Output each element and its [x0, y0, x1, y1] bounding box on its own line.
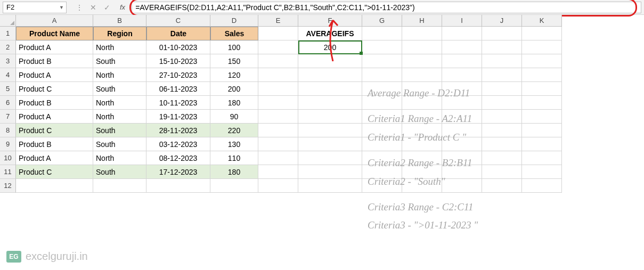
- cell-K11[interactable]: [522, 165, 562, 179]
- cell-J11[interactable]: [482, 165, 522, 179]
- cell-A8[interactable]: Product C: [16, 124, 93, 137]
- cell-A5[interactable]: Product C: [16, 82, 93, 96]
- name-box[interactable]: F2 ▼: [3, 2, 67, 13]
- row-header-5[interactable]: 5: [0, 82, 16, 96]
- cell-C12[interactable]: [146, 179, 210, 193]
- cell-I4[interactable]: [442, 68, 482, 82]
- cell-E2[interactable]: [258, 40, 298, 54]
- cell-D4[interactable]: 120: [210, 68, 258, 82]
- cell-E7[interactable]: [258, 110, 298, 124]
- cell-D11[interactable]: 180: [210, 165, 258, 179]
- cell-D8[interactable]: 220: [210, 124, 258, 137]
- cell-D2[interactable]: 100: [210, 40, 258, 54]
- row-header-8[interactable]: 8: [0, 124, 16, 137]
- cell-F1[interactable]: AVERAGEIFS: [298, 27, 362, 40]
- cell-J12[interactable]: [482, 179, 522, 193]
- cell-K10[interactable]: [522, 151, 562, 165]
- ellipsis-icon[interactable]: ⋮: [75, 3, 84, 12]
- col-header-C[interactable]: C: [146, 15, 210, 27]
- row-header-2[interactable]: 2: [0, 40, 16, 54]
- cell-I3[interactable]: [442, 54, 482, 68]
- cell-E10[interactable]: [258, 151, 298, 165]
- cell-D9[interactable]: 130: [210, 137, 258, 151]
- cells-area[interactable]: Product Name Region Date Sales AVERAGEIF…: [16, 27, 562, 193]
- cancel-icon[interactable]: ✕: [89, 3, 97, 12]
- cell-D3[interactable]: 150: [210, 54, 258, 68]
- cell-E5[interactable]: [258, 82, 298, 96]
- select-all-cell[interactable]: [0, 15, 16, 27]
- cell-K5[interactable]: [522, 82, 562, 96]
- cell-A12[interactable]: [16, 179, 93, 193]
- cell-F3[interactable]: [298, 54, 362, 68]
- cell-J9[interactable]: [482, 137, 522, 151]
- cell-E3[interactable]: [258, 54, 298, 68]
- row-header-7[interactable]: 7: [0, 110, 16, 124]
- cell-K2[interactable]: [522, 40, 562, 54]
- cell-E6[interactable]: [258, 96, 298, 110]
- cell-I2[interactable]: [442, 40, 482, 54]
- cell-C9[interactable]: 03-12-2023: [146, 137, 210, 151]
- cell-E1[interactable]: [258, 27, 298, 40]
- cell-J6[interactable]: [482, 96, 522, 110]
- cell-F12[interactable]: [298, 179, 362, 193]
- cell-E8[interactable]: [258, 124, 298, 137]
- cell-C8[interactable]: 28-11-2023: [146, 124, 210, 137]
- cell-B12[interactable]: [93, 179, 146, 193]
- cell-G2[interactable]: [362, 40, 402, 54]
- cell-B10[interactable]: North: [93, 151, 146, 165]
- cell-B6[interactable]: North: [93, 96, 146, 110]
- cell-F11[interactable]: [298, 165, 362, 179]
- col-header-A[interactable]: A: [16, 15, 93, 27]
- cell-D5[interactable]: 200: [210, 82, 258, 96]
- cell-B9[interactable]: South: [93, 137, 146, 151]
- row-header-11[interactable]: 11: [0, 165, 16, 179]
- cell-C7[interactable]: 19-11-2023: [146, 110, 210, 124]
- cell-K6[interactable]: [522, 96, 562, 110]
- cell-K9[interactable]: [522, 137, 562, 151]
- cell-D7[interactable]: 90: [210, 110, 258, 124]
- cell-C6[interactable]: 10-11-2023: [146, 96, 210, 110]
- row-header-9[interactable]: 9: [0, 137, 16, 151]
- col-header-G[interactable]: G: [362, 15, 402, 27]
- cell-B5[interactable]: South: [93, 82, 146, 96]
- cell-I1[interactable]: [442, 27, 482, 40]
- cell-F2[interactable]: 200: [298, 40, 362, 54]
- cell-F5[interactable]: [298, 82, 362, 96]
- cell-A2[interactable]: Product A: [16, 40, 93, 54]
- col-header-D[interactable]: D: [210, 15, 258, 27]
- cell-A7[interactable]: Product A: [16, 110, 93, 124]
- cell-F4[interactable]: [298, 68, 362, 82]
- cell-C11[interactable]: 17-12-2023: [146, 165, 210, 179]
- col-header-K[interactable]: K: [522, 15, 562, 27]
- row-header-4[interactable]: 4: [0, 68, 16, 82]
- cell-B1[interactable]: Region: [93, 27, 146, 40]
- cell-C10[interactable]: 08-12-2023: [146, 151, 210, 165]
- fx-icon[interactable]: fx: [120, 3, 125, 11]
- cell-A9[interactable]: Product B: [16, 137, 93, 151]
- cell-G3[interactable]: [362, 54, 402, 68]
- cell-B2[interactable]: North: [93, 40, 146, 54]
- cell-F10[interactable]: [298, 151, 362, 165]
- cell-H1[interactable]: [402, 27, 442, 40]
- cell-J7[interactable]: [482, 110, 522, 124]
- cell-J5[interactable]: [482, 82, 522, 96]
- formula-bar[interactable]: =AVERAGEIFS(D2:D11,A2:A11,"Product C",B2…: [132, 2, 641, 13]
- confirm-icon[interactable]: ✓: [103, 3, 111, 12]
- cell-B3[interactable]: South: [93, 54, 146, 68]
- row-header-3[interactable]: 3: [0, 54, 16, 68]
- cell-E4[interactable]: [258, 68, 298, 82]
- col-header-B[interactable]: B: [93, 15, 146, 27]
- cell-A1[interactable]: Product Name: [16, 27, 93, 40]
- cell-J8[interactable]: [482, 124, 522, 137]
- cell-F6[interactable]: [298, 96, 362, 110]
- cell-H3[interactable]: [402, 54, 442, 68]
- row-header-6[interactable]: 6: [0, 96, 16, 110]
- cell-J3[interactable]: [482, 54, 522, 68]
- cell-H2[interactable]: [402, 40, 442, 54]
- cell-B4[interactable]: North: [93, 68, 146, 82]
- cell-K12[interactable]: [522, 179, 562, 193]
- cell-J10[interactable]: [482, 151, 522, 165]
- cell-D1[interactable]: Sales: [210, 27, 258, 40]
- cell-B11[interactable]: South: [93, 165, 146, 179]
- cell-K1[interactable]: [522, 27, 562, 40]
